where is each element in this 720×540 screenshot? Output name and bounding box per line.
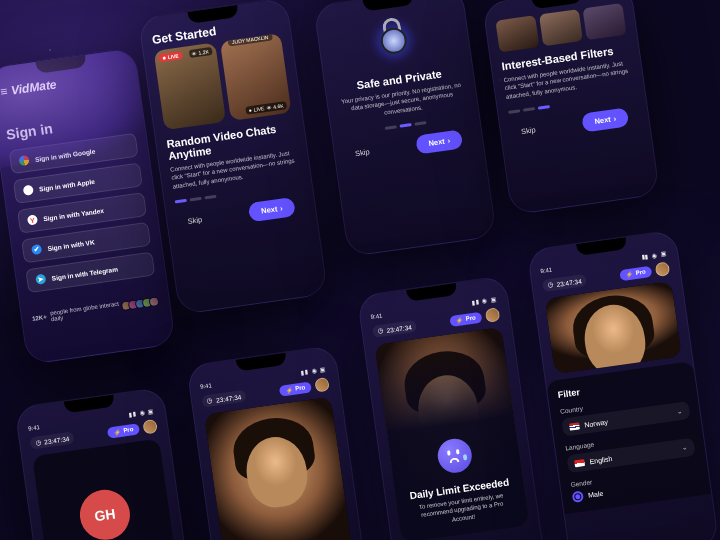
bolt-icon: ⚡: [285, 386, 293, 394]
apple-icon: [23, 185, 34, 196]
clock-icon: ◷: [207, 396, 214, 405]
bolt-icon: ⚡: [455, 316, 463, 324]
chevron-right-icon: ›: [613, 114, 617, 123]
flag-norway-icon: [569, 422, 580, 430]
next-button[interactable]: Next›: [581, 107, 629, 132]
status-icons: ▮▮ ◉ ▣: [641, 249, 668, 260]
daily-avatars: [124, 296, 160, 311]
viewer-count-2: ● LIVE 👁 4.6K: [245, 101, 287, 115]
screen-chat-waiting: 9:41▮▮ ◉ ▣ ◷23:47:34 ⚡Pro GH: [14, 387, 192, 540]
screen-onboarding-3: Interest-Based Filters Connect with peop…: [482, 0, 660, 215]
clock-icon: ◷: [377, 326, 384, 335]
status-time: 9:41: [540, 266, 552, 274]
pro-button[interactable]: ⚡Pro: [449, 311, 482, 326]
signin-apple-label: Sign in with Apple: [39, 177, 96, 192]
skip-button[interactable]: Skip: [520, 120, 536, 136]
remote-video: Daily Limit Exceeded To remove your limi…: [375, 327, 530, 540]
telegram-icon: ➤: [35, 274, 46, 285]
self-avatar[interactable]: [314, 377, 330, 393]
video-tiles: LIVE 👁 1.2K JUDY MACKLIN ● LIVE 👁 4.6K: [154, 33, 292, 130]
vk-icon: ✔: [31, 244, 42, 255]
chevron-right-icon: ›: [447, 136, 451, 145]
session-timer: ◷23:47:34: [372, 320, 418, 338]
next-button[interactable]: Next›: [248, 197, 296, 222]
status-time: 9:41: [200, 382, 212, 390]
session-timer: ◷23:47:34: [29, 431, 75, 449]
self-avatar[interactable]: [485, 307, 501, 323]
session-timer: ◷23:47:34: [201, 390, 247, 408]
status-icons: ▮▮ ◉ ▣: [128, 407, 155, 418]
session-timer: ◷23:47:34: [542, 274, 588, 292]
self-avatar[interactable]: [142, 419, 158, 435]
signin-vk-label: Sign in with VK: [47, 238, 95, 252]
signin-telegram-label: Sign in with Telegram: [51, 265, 118, 281]
status-icons: ▮▮ ◉ ▣: [300, 365, 327, 376]
country-value: Norway: [584, 418, 608, 428]
chevron-down-icon: ⌄: [681, 444, 688, 453]
timer-value: 23:47:34: [44, 435, 70, 445]
chevron-right-icon: ›: [280, 204, 284, 213]
remote-video: GH: [32, 439, 178, 540]
signin-yandex-label: Sign in with Yandex: [43, 206, 104, 221]
gender-value: Male: [588, 490, 604, 499]
sad-face-icon: [432, 433, 477, 478]
daily-users-caption: 12K+ people from globe interact daily: [31, 295, 159, 325]
limit-overlay: Daily Limit Exceeded To remove your limi…: [375, 327, 530, 540]
filter-sheet: Filter Country Norway ⌄ Language English…: [546, 361, 711, 514]
notch: [363, 0, 414, 12]
clock-icon: ◷: [547, 281, 554, 290]
timer-value: 23:47:34: [216, 393, 242, 403]
remote-video: Mona Joseph: [204, 397, 353, 540]
video-tile-2: JUDY MACKLIN ● LIVE 👁 4.6K: [219, 33, 291, 121]
yandex-icon: Y: [27, 214, 38, 225]
status-time: 9:41: [28, 424, 40, 432]
daily-count: 12K+: [32, 314, 47, 322]
daily-text: people from globe interact daily: [50, 301, 121, 323]
viewer-count-1: 👁 1.2K: [189, 47, 213, 58]
bolt-icon: ⚡: [625, 270, 633, 278]
padlock-illustration: [365, 13, 421, 69]
status-icons: ▮▮ ◉ ▣: [471, 295, 498, 306]
flag-english-icon: [574, 459, 585, 467]
notch: [531, 0, 582, 9]
live-badge: LIVE: [158, 51, 183, 62]
pro-button[interactable]: ⚡Pro: [279, 381, 312, 396]
pro-button[interactable]: ⚡Pro: [107, 423, 140, 438]
bolt-icon: ⚡: [113, 427, 121, 435]
chevron-down-icon: ⌄: [676, 407, 683, 416]
next-button[interactable]: Next›: [415, 129, 463, 154]
remote-video: [544, 281, 681, 374]
self-avatar[interactable]: [655, 261, 671, 277]
avatar-initials: GH: [77, 486, 133, 540]
video-tile-1: LIVE 👁 1.2K: [154, 42, 226, 130]
language-value: English: [589, 455, 613, 465]
timer-value: 23:47:34: [556, 277, 582, 287]
status-time: 9:41: [370, 312, 382, 320]
pro-button[interactable]: ⚡Pro: [619, 265, 652, 280]
radio-icon: [572, 491, 584, 503]
skip-button[interactable]: Skip: [354, 142, 370, 158]
skip-button[interactable]: Skip: [186, 210, 202, 226]
timer-value: 23:47:34: [386, 323, 412, 333]
clock-icon: ◷: [35, 438, 42, 447]
